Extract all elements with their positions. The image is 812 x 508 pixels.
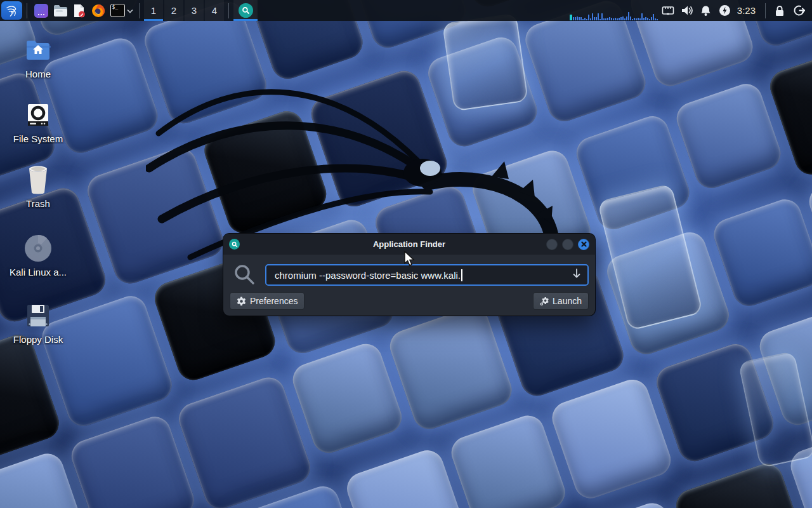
logout-icon[interactable] <box>789 0 808 21</box>
volume-tray-icon[interactable] <box>678 0 697 21</box>
wallpaper-cube <box>672 79 785 192</box>
panel-separator <box>139 3 140 18</box>
input-dropdown-arrow-icon[interactable] <box>572 269 581 281</box>
folder-icon <box>53 4 68 17</box>
floppy-disk-icon <box>6 301 70 330</box>
desktop-icon-kali-linux[interactable]: Kali Linux a... <box>6 234 70 277</box>
launcher-dashboard[interactable] <box>32 1 51 20</box>
panel-separator <box>765 3 766 18</box>
clock[interactable]: 3:23 <box>735 5 761 16</box>
launcher-file-manager[interactable] <box>51 1 70 20</box>
text-caret <box>461 269 462 281</box>
application-finder-window: Application Finder chromium --password-s… <box>223 234 595 316</box>
workspace-pager: 1 2 3 4 <box>144 0 224 21</box>
wallpaper-cube <box>547 375 675 503</box>
terminal-dropdown-chevron-icon[interactable] <box>127 7 134 15</box>
close-icon <box>581 241 587 247</box>
preferences-button[interactable]: Preferences <box>230 292 304 310</box>
run-gear-icon <box>540 297 549 306</box>
desktop-icon-label: File System <box>6 133 70 144</box>
desktop-icon-label: Kali Linux a... <box>6 267 70 277</box>
maximize-button[interactable] <box>562 239 573 250</box>
panel-separator <box>228 3 229 18</box>
workspace-button-1[interactable]: 1 <box>144 0 163 21</box>
workspace-button-4[interactable]: 4 <box>205 0 224 21</box>
search-icon <box>233 263 256 286</box>
optical-disc-icon <box>6 234 70 263</box>
power-manager-tray-icon[interactable] <box>716 0 735 21</box>
desktop-icon-label: Trash <box>6 198 70 209</box>
window-title: Application Finder <box>223 239 595 249</box>
desktop-icon-file-system[interactable]: File System <box>6 100 70 144</box>
dashboard-icon <box>34 4 48 18</box>
desktop-icon-home[interactable]: Home <box>6 36 70 79</box>
desktop-icon-trash[interactable]: Trash <box>6 165 70 209</box>
preferences-label: Preferences <box>250 296 298 306</box>
workspace-button-2[interactable]: 2 <box>164 0 183 21</box>
kali-dragon-icon <box>5 4 19 18</box>
desktop-icon-label: Home <box>6 69 70 79</box>
applications-menu-button[interactable] <box>1 1 22 20</box>
wallpaper-cube <box>174 373 315 508</box>
cpu-graph[interactable] <box>570 11 658 20</box>
wallpaper-cube <box>289 340 407 458</box>
command-input-value: chromium --password-store=basic www.kali… <box>275 270 461 281</box>
workspace-button-3[interactable]: 3 <box>185 0 204 21</box>
terminal-icon: $_ <box>110 4 125 17</box>
command-input[interactable]: chromium --password-store=basic www.kali… <box>265 264 589 286</box>
gear-icon <box>237 297 246 306</box>
trash-bin-icon <box>6 165 70 194</box>
taskbar-button-application-finder[interactable] <box>233 0 258 21</box>
document-edit-icon <box>73 4 86 18</box>
hard-drive-icon <box>6 100 70 130</box>
wallpaper-cube <box>709 195 812 311</box>
close-button[interactable] <box>578 239 589 250</box>
wallpaper-cube <box>447 411 570 508</box>
wallpaper-cube <box>67 412 199 508</box>
network-tray-icon[interactable] <box>658 0 678 21</box>
top-panel: $_ 1 2 3 4 <box>0 0 812 21</box>
mouse-cursor <box>404 251 416 267</box>
launch-button[interactable]: Launch <box>533 292 589 310</box>
panel-separator <box>27 3 27 18</box>
lock-screen-icon[interactable] <box>770 0 789 21</box>
launcher-terminal[interactable]: $_ <box>108 1 127 20</box>
home-folder-icon <box>6 36 70 65</box>
firefox-icon <box>91 4 105 18</box>
launcher-firefox[interactable] <box>89 1 108 20</box>
minimize-button[interactable] <box>546 239 558 250</box>
launch-label: Launch <box>553 296 582 306</box>
appfinder-icon <box>239 3 253 18</box>
launcher-text-editor[interactable] <box>70 1 89 20</box>
wallpaper-cube <box>386 303 516 434</box>
desktop-icon-label: Floppy Disk <box>6 334 70 345</box>
notifications-tray-icon[interactable] <box>697 0 716 21</box>
desktop-icon-floppy-disk[interactable]: Floppy Disk <box>6 301 70 345</box>
